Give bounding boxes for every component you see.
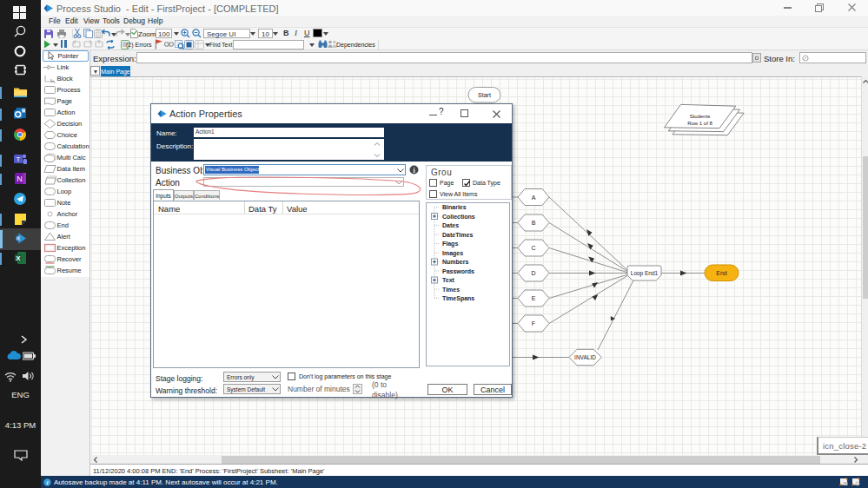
svg-text:Collections: Collections: [442, 213, 475, 219]
svg-text:Text: Text: [442, 277, 455, 283]
svg-text:F: F: [532, 320, 535, 326]
svg-text:C: C: [531, 245, 535, 251]
svg-text:Flags: Flags: [442, 241, 458, 247]
svg-text:i: i: [47, 479, 49, 486]
svg-text:A: A: [532, 195, 536, 201]
svg-text:B: B: [532, 220, 536, 226]
svg-text:X: X: [16, 254, 21, 262]
svg-text:INVALID: INVALID: [574, 354, 596, 360]
svg-text:T: T: [17, 155, 21, 163]
svg-text:Images: Images: [442, 249, 463, 256]
svg-text:Times: Times: [442, 286, 460, 292]
svg-text:Students: Students: [690, 114, 711, 119]
svg-text:TimeSpans: TimeSpans: [442, 295, 474, 302]
svg-text:Row 1 of 8: Row 1 of 8: [687, 121, 712, 126]
svg-text:End: End: [716, 270, 727, 276]
svg-text:D: D: [531, 270, 535, 276]
svg-text:Loop End1: Loop End1: [631, 270, 659, 277]
svg-text:N: N: [17, 175, 23, 183]
svg-text:Binaries: Binaries: [442, 204, 467, 210]
svg-text:Passwords: Passwords: [442, 267, 474, 274]
svg-text:DateTimes: DateTimes: [442, 231, 473, 237]
svg-text:Start: Start: [478, 92, 491, 98]
svg-text:Dates: Dates: [442, 222, 459, 228]
svg-text:Numbers: Numbers: [442, 259, 468, 265]
svg-text:E: E: [532, 295, 536, 301]
